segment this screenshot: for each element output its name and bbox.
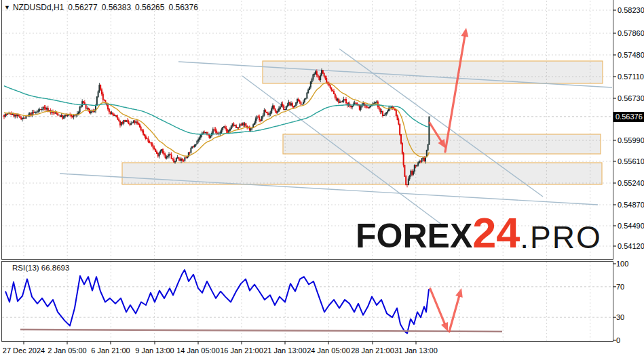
current-price-tag: 0.56376 — [613, 112, 644, 122]
time-tick-label: 6 Jan 21:00 — [91, 346, 130, 355]
watermark-24: 24 — [472, 216, 520, 249]
chart-window: FOREX24.PRO ▼NZDUSDd,H10.562770.563830.5… — [0, 0, 644, 360]
ohlc-low: 0.56265 — [135, 3, 164, 12]
rsi-tick-label: 100 — [616, 260, 628, 268]
upper-supply-zone[interactable] — [263, 61, 603, 83]
time-tick-label: 31 Jan 13:00 — [394, 346, 438, 355]
price-tick-label: 0.55610 — [618, 157, 644, 165]
watermark-pro: .PRO — [520, 225, 601, 250]
chart-title: ▼NZDUSDd,H10.562770.563830.562650.56376 — [4, 3, 202, 12]
ohlc-high: 0.56383 — [102, 3, 131, 12]
rsi-layer — [5, 270, 502, 334]
price-tick-label: 0.57480 — [618, 51, 644, 59]
symbol-timeframe: NZDUSDd,H1 — [13, 3, 64, 12]
time-tick-label: 24 Jan 05:00 — [307, 346, 350, 355]
price-tick-label: 0.54870 — [618, 201, 644, 209]
time-tick-label: 21 Jan 13:00 — [263, 346, 307, 355]
rsi-tick-label: 30 — [616, 313, 624, 321]
time-tick-label: 14 Jan 05:00 — [176, 346, 220, 355]
price-tick-label: 0.55990 — [618, 136, 644, 144]
chart-canvas[interactable] — [0, 0, 644, 360]
time-tick-label: 16 Jan 21:00 — [220, 346, 263, 355]
slow-ma-teal[interactable] — [4, 86, 429, 134]
time-tick-label: 27 Dec 2024 — [3, 346, 45, 355]
price-tick-label: 0.56730 — [618, 94, 644, 102]
watermark-forex: FOREX — [356, 222, 472, 249]
price-tick-label: 0.54490 — [618, 222, 644, 230]
rsi-tick-label: 0 — [616, 336, 620, 344]
rsi-support-trendline[interactable] — [20, 329, 502, 332]
time-tick-label: 28 Jan 21:00 — [351, 346, 394, 355]
time-tick-label: 2 Jan 05:00 — [48, 346, 87, 355]
middle-zone[interactable] — [283, 134, 601, 154]
ohlc-close: 0.56376 — [168, 3, 197, 12]
time-tick-label: 9 Jan 13:00 — [135, 346, 174, 355]
price-tick-label: 0.54120 — [618, 242, 644, 250]
rsi-indicator-label: RSI(13) 66.8693 — [12, 264, 69, 272]
symbol-marker-icon[interactable]: ▼ — [4, 4, 10, 11]
price-tick-label: 0.55240 — [618, 179, 644, 187]
price-tick-label: 0.58230 — [618, 6, 644, 14]
rsi-line — [5, 270, 429, 334]
rsi-tick-label: 70 — [616, 283, 624, 291]
forex24-watermark: FOREX24.PRO — [356, 216, 602, 249]
price-tick-label: 0.57860 — [618, 29, 644, 37]
ohlc-open: 0.56277 — [68, 3, 97, 12]
price-tick-label: 0.57110 — [618, 73, 644, 81]
